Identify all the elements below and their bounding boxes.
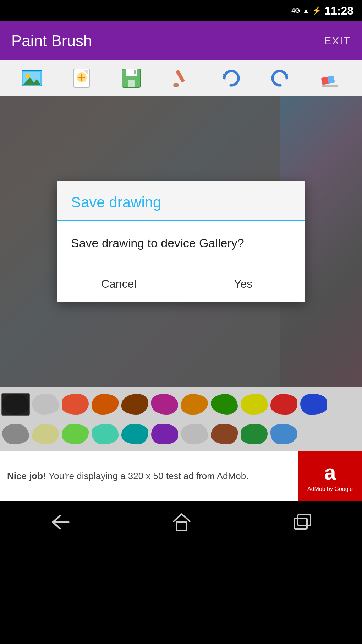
color-swatch-green[interactable] — [210, 393, 238, 415]
save-dialog: Save drawing Save drawing to device Gall… — [57, 181, 305, 302]
color-swatch-silver[interactable] — [31, 393, 60, 415]
eraser-icon — [319, 67, 341, 90]
home-icon — [172, 513, 192, 532]
svg-point-2 — [26, 74, 30, 78]
color-palette — [0, 387, 362, 451]
color-swatch-amber[interactable] — [180, 393, 209, 415]
dialog-cancel-button[interactable]: Cancel — [57, 266, 181, 302]
ad-text: Nice job! You're displaying a 320 x 50 t… — [7, 471, 248, 481]
svg-rect-13 — [176, 70, 185, 82]
ad-bold-text: Nice job! — [7, 471, 49, 481]
color-swatch-gray[interactable] — [1, 423, 30, 445]
svg-rect-18 — [327, 76, 335, 84]
brush-icon — [170, 67, 192, 90]
home-button[interactable] — [172, 513, 192, 532]
toolbar-undo-button[interactable] — [216, 64, 245, 92]
color-swatch-lime[interactable] — [61, 423, 89, 445]
status-bar: 4G ▲ ⚡ 11:28 — [0, 0, 362, 21]
svg-rect-12 — [134, 70, 136, 74]
dialog-overlay: Save drawing Save drawing to device Gall… — [0, 96, 362, 387]
color-row-1 — [1, 390, 361, 418]
color-swatch-brown[interactable] — [121, 393, 149, 415]
dialog-actions: Cancel Yes — [57, 266, 305, 302]
toolbar-eraser-button[interactable] — [316, 64, 344, 92]
svg-rect-11 — [128, 80, 135, 87]
dialog-title-area: Save drawing — [57, 181, 305, 220]
color-swatch-light-gray[interactable] — [180, 423, 209, 445]
color-swatch-black[interactable] — [1, 393, 30, 415]
color-swatch-violet[interactable] — [150, 423, 179, 445]
canvas-area: Save drawing Save drawing to device Gall… — [0, 96, 362, 387]
toolbar — [0, 60, 362, 96]
color-row-2 — [1, 420, 361, 448]
svg-rect-21 — [177, 522, 187, 530]
color-swatch-orange[interactable] — [91, 393, 119, 415]
color-swatch-tan[interactable] — [31, 423, 60, 445]
battery-icon: ⚡ — [312, 6, 322, 15]
svg-rect-22 — [298, 515, 311, 525]
redo-icon — [269, 67, 292, 90]
app-title: Paint Brush — [11, 32, 92, 50]
clock: 11:28 — [324, 4, 353, 17]
toolbar-new-button[interactable] — [67, 64, 96, 92]
gallery-icon — [21, 67, 43, 90]
admob-logo-icon: a — [324, 460, 336, 485]
new-document-icon — [70, 67, 93, 90]
app-header: Paint Brush EXIT — [0, 21, 362, 60]
color-swatch-red1[interactable] — [61, 393, 89, 415]
signal-type: 4G — [291, 7, 300, 15]
dialog-message: Save drawing to device Gallery? — [71, 236, 244, 250]
color-swatch-blue[interactable] — [300, 393, 328, 415]
color-swatch-purple[interactable] — [150, 393, 179, 415]
color-swatch-cyan[interactable] — [121, 423, 149, 445]
color-swatch-sky[interactable] — [270, 423, 298, 445]
color-swatch-teal[interactable] — [91, 423, 119, 445]
color-swatch-crimson[interactable] — [270, 393, 298, 415]
ad-description: You're displaying a 320 x 50 test ad fro… — [49, 471, 248, 481]
dialog-body: Save drawing to device Gallery? — [57, 221, 305, 266]
dialog-title: Save drawing — [71, 194, 161, 211]
undo-icon — [219, 67, 242, 90]
back-button[interactable] — [50, 514, 71, 530]
toolbar-gallery-button[interactable] — [18, 64, 46, 92]
color-swatch-forest[interactable] — [240, 423, 268, 445]
admob-subtext: AdMob by Google — [307, 486, 353, 492]
color-swatch-maroon[interactable] — [210, 423, 238, 445]
bottom-nav — [0, 501, 362, 543]
ad-text-area: Nice job! You're displaying a 320 x 50 t… — [0, 464, 298, 489]
toolbar-redo-button[interactable] — [266, 64, 295, 92]
color-swatch-yellow[interactable] — [240, 393, 268, 415]
admob-logo-area[interactable]: a AdMob by Google — [298, 451, 362, 501]
status-icons: 4G ▲ ⚡ 11:28 — [291, 4, 353, 17]
ad-banner: Nice job! You're displaying a 320 x 50 t… — [0, 451, 362, 501]
save-icon — [120, 67, 143, 90]
back-icon — [50, 514, 71, 530]
svg-point-14 — [173, 83, 179, 87]
recent-apps-button[interactable] — [292, 513, 312, 531]
exit-button[interactable]: EXIT — [324, 35, 351, 47]
svg-rect-23 — [294, 518, 307, 529]
toolbar-save-button[interactable] — [117, 64, 146, 92]
signal-bars-icon: ▲ — [303, 7, 309, 15]
toolbar-brush-button[interactable] — [167, 64, 195, 92]
recent-apps-icon — [292, 513, 312, 531]
dialog-confirm-button[interactable]: Yes — [181, 266, 306, 302]
